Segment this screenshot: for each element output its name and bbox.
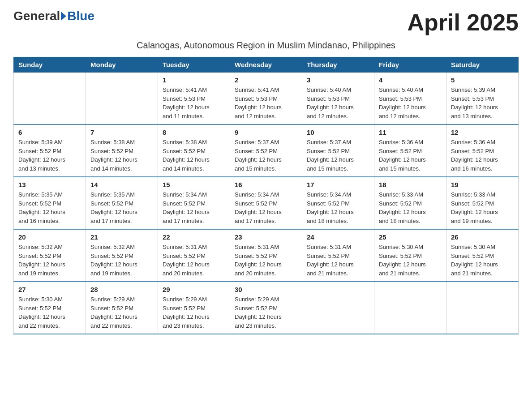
day-info: Sunrise: 5:34 AM Sunset: 5:52 PM Dayligh… <box>235 190 297 225</box>
day-info: Sunrise: 5:36 AM Sunset: 5:52 PM Dayligh… <box>379 138 442 173</box>
day-number: 8 <box>163 128 225 136</box>
day-number: 11 <box>379 128 442 136</box>
days-of-week-row: SundayMondayTuesdayWednesdayThursdayFrid… <box>14 57 519 73</box>
day-info: Sunrise: 5:32 AM Sunset: 5:52 PM Dayligh… <box>18 243 81 278</box>
day-number: 10 <box>307 128 369 136</box>
logo-general-text: General <box>13 9 60 23</box>
day-info: Sunrise: 5:31 AM Sunset: 5:52 PM Dayligh… <box>163 243 225 278</box>
calendar-cell: 14Sunrise: 5:35 AM Sunset: 5:52 PM Dayli… <box>86 177 158 229</box>
day-info: Sunrise: 5:39 AM Sunset: 5:52 PM Dayligh… <box>18 138 81 173</box>
day-of-week-header: Sunday <box>14 57 86 73</box>
day-info: Sunrise: 5:41 AM Sunset: 5:53 PM Dayligh… <box>235 86 297 120</box>
day-info: Sunrise: 5:30 AM Sunset: 5:52 PM Dayligh… <box>18 295 81 330</box>
calendar-cell: 18Sunrise: 5:33 AM Sunset: 5:52 PM Dayli… <box>374 177 446 229</box>
calendar-cell: 3Sunrise: 5:40 AM Sunset: 5:53 PM Daylig… <box>302 73 374 125</box>
day-info: Sunrise: 5:29 AM Sunset: 5:52 PM Dayligh… <box>163 295 225 330</box>
day-number: 21 <box>90 233 153 241</box>
day-number: 16 <box>235 181 297 188</box>
day-number: 9 <box>235 128 297 136</box>
calendar-cell: 5Sunrise: 5:39 AM Sunset: 5:53 PM Daylig… <box>446 73 519 125</box>
calendar-cell: 27Sunrise: 5:30 AM Sunset: 5:52 PM Dayli… <box>14 282 86 334</box>
calendar-cell: 7Sunrise: 5:38 AM Sunset: 5:52 PM Daylig… <box>86 124 158 177</box>
calendar-subtitle: Calanogas, Autonomous Region in Muslim M… <box>13 40 519 51</box>
day-info: Sunrise: 5:40 AM Sunset: 5:53 PM Dayligh… <box>379 86 442 120</box>
calendar-cell: 23Sunrise: 5:31 AM Sunset: 5:52 PM Dayli… <box>230 229 302 282</box>
calendar-cell <box>374 282 446 334</box>
day-number: 3 <box>307 76 369 84</box>
calendar-header: SundayMondayTuesdayWednesdayThursdayFrid… <box>14 57 519 73</box>
calendar-cell: 1Sunrise: 5:41 AM Sunset: 5:53 PM Daylig… <box>158 73 230 125</box>
calendar-cell <box>14 73 86 125</box>
calendar-cell: 21Sunrise: 5:32 AM Sunset: 5:52 PM Dayli… <box>86 229 158 282</box>
day-number: 30 <box>235 286 297 293</box>
day-of-week-header: Monday <box>86 57 158 73</box>
calendar-week-row: 27Sunrise: 5:30 AM Sunset: 5:52 PM Dayli… <box>14 282 519 334</box>
calendar-cell: 26Sunrise: 5:30 AM Sunset: 5:52 PM Dayli… <box>446 229 519 282</box>
day-of-week-header: Saturday <box>446 57 519 73</box>
calendar-table: SundayMondayTuesdayWednesdayThursdayFrid… <box>13 57 519 334</box>
day-info: Sunrise: 5:29 AM Sunset: 5:52 PM Dayligh… <box>90 295 153 330</box>
day-number: 7 <box>90 128 153 136</box>
day-info: Sunrise: 5:33 AM Sunset: 5:52 PM Dayligh… <box>379 190 442 225</box>
calendar-cell: 11Sunrise: 5:36 AM Sunset: 5:52 PM Dayli… <box>374 124 446 177</box>
day-info: Sunrise: 5:37 AM Sunset: 5:52 PM Dayligh… <box>307 138 369 173</box>
logo-arrow-icon <box>61 12 66 21</box>
day-info: Sunrise: 5:38 AM Sunset: 5:52 PM Dayligh… <box>163 138 225 173</box>
day-number: 23 <box>235 233 297 241</box>
calendar-cell: 25Sunrise: 5:30 AM Sunset: 5:52 PM Dayli… <box>374 229 446 282</box>
day-number: 5 <box>451 76 514 84</box>
day-number: 14 <box>90 181 153 188</box>
day-number: 4 <box>379 76 442 84</box>
calendar-body: 1Sunrise: 5:41 AM Sunset: 5:53 PM Daylig… <box>14 73 519 334</box>
calendar-cell <box>446 282 519 334</box>
calendar-cell: 30Sunrise: 5:29 AM Sunset: 5:52 PM Dayli… <box>230 282 302 334</box>
day-info: Sunrise: 5:32 AM Sunset: 5:52 PM Dayligh… <box>90 243 153 278</box>
day-info: Sunrise: 5:30 AM Sunset: 5:52 PM Dayligh… <box>379 243 442 278</box>
day-number: 27 <box>18 286 81 293</box>
calendar-cell: 24Sunrise: 5:31 AM Sunset: 5:52 PM Dayli… <box>302 229 374 282</box>
day-number: 18 <box>379 181 442 188</box>
day-of-week-header: Thursday <box>302 57 374 73</box>
day-number: 22 <box>163 233 225 241</box>
day-info: Sunrise: 5:38 AM Sunset: 5:52 PM Dayligh… <box>90 138 153 173</box>
calendar-cell: 9Sunrise: 5:37 AM Sunset: 5:52 PM Daylig… <box>230 124 302 177</box>
calendar-week-row: 6Sunrise: 5:39 AM Sunset: 5:52 PM Daylig… <box>14 124 519 177</box>
day-of-week-header: Wednesday <box>230 57 302 73</box>
day-info: Sunrise: 5:34 AM Sunset: 5:52 PM Dayligh… <box>307 190 369 225</box>
calendar-week-row: 1Sunrise: 5:41 AM Sunset: 5:53 PM Daylig… <box>14 73 519 125</box>
day-of-week-header: Tuesday <box>158 57 230 73</box>
calendar-cell: 8Sunrise: 5:38 AM Sunset: 5:52 PM Daylig… <box>158 124 230 177</box>
calendar-cell: 2Sunrise: 5:41 AM Sunset: 5:53 PM Daylig… <box>230 73 302 125</box>
calendar-cell: 15Sunrise: 5:34 AM Sunset: 5:52 PM Dayli… <box>158 177 230 229</box>
logo-blue-text: Blue <box>67 9 94 23</box>
calendar-cell <box>302 282 374 334</box>
day-number: 26 <box>451 233 514 241</box>
calendar-cell: 28Sunrise: 5:29 AM Sunset: 5:52 PM Dayli… <box>86 282 158 334</box>
day-info: Sunrise: 5:30 AM Sunset: 5:52 PM Dayligh… <box>451 243 514 278</box>
day-info: Sunrise: 5:33 AM Sunset: 5:52 PM Dayligh… <box>451 190 514 225</box>
day-info: Sunrise: 5:41 AM Sunset: 5:53 PM Dayligh… <box>163 86 225 120</box>
day-info: Sunrise: 5:37 AM Sunset: 5:52 PM Dayligh… <box>235 138 297 173</box>
day-info: Sunrise: 5:29 AM Sunset: 5:52 PM Dayligh… <box>235 295 297 330</box>
calendar-cell: 17Sunrise: 5:34 AM Sunset: 5:52 PM Dayli… <box>302 177 374 229</box>
day-number: 1 <box>163 76 225 84</box>
day-info: Sunrise: 5:34 AM Sunset: 5:52 PM Dayligh… <box>163 190 225 225</box>
day-number: 20 <box>18 233 81 241</box>
calendar-cell: 22Sunrise: 5:31 AM Sunset: 5:52 PM Dayli… <box>158 229 230 282</box>
day-info: Sunrise: 5:31 AM Sunset: 5:52 PM Dayligh… <box>307 243 369 278</box>
logo: General Blue <box>13 9 94 23</box>
day-number: 24 <box>307 233 369 241</box>
calendar-cell: 29Sunrise: 5:29 AM Sunset: 5:52 PM Dayli… <box>158 282 230 334</box>
day-info: Sunrise: 5:40 AM Sunset: 5:53 PM Dayligh… <box>307 86 369 120</box>
calendar-cell <box>86 73 158 125</box>
calendar-week-row: 13Sunrise: 5:35 AM Sunset: 5:52 PM Dayli… <box>14 177 519 229</box>
day-number: 6 <box>18 128 81 136</box>
day-number: 13 <box>18 181 81 188</box>
day-number: 2 <box>235 76 297 84</box>
calendar-cell: 4Sunrise: 5:40 AM Sunset: 5:53 PM Daylig… <box>374 73 446 125</box>
calendar-cell: 19Sunrise: 5:33 AM Sunset: 5:52 PM Dayli… <box>446 177 519 229</box>
calendar-cell: 12Sunrise: 5:36 AM Sunset: 5:52 PM Dayli… <box>446 124 519 177</box>
calendar-cell: 13Sunrise: 5:35 AM Sunset: 5:52 PM Dayli… <box>14 177 86 229</box>
day-number: 12 <box>451 128 514 136</box>
calendar-cell: 16Sunrise: 5:34 AM Sunset: 5:52 PM Dayli… <box>230 177 302 229</box>
